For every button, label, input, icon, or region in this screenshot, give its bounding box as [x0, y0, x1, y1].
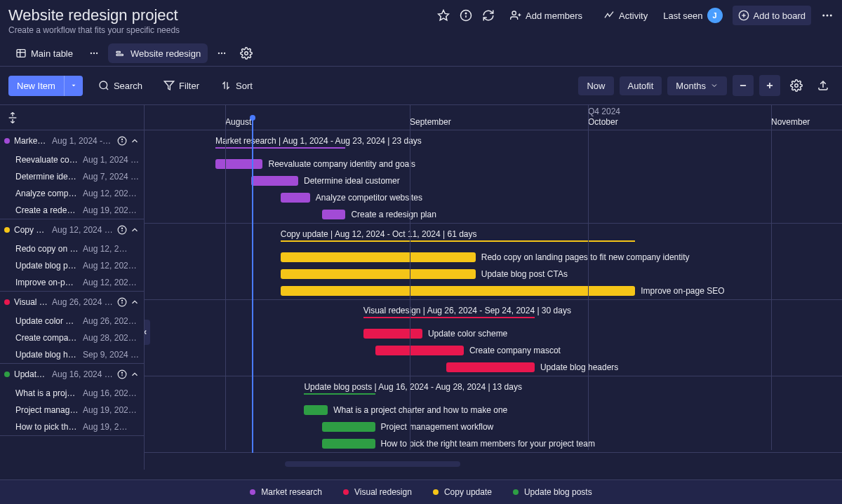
gantt-bar[interactable] [375, 346, 464, 355]
task-row[interactable]: Create a rede…Aug 19, 2024 - Au… [0, 202, 144, 219]
month-label: October [588, 117, 618, 127]
task-date: Aug 12, 2024 - … [83, 189, 140, 198]
svg-point-18 [96, 53, 98, 54]
chevron-up-icon[interactable] [130, 225, 140, 235]
horizontal-scrollbar[interactable] [285, 461, 460, 467]
task-row[interactable]: Create compa…Aug 28, 2024 - Se… [0, 329, 144, 346]
add-members-button[interactable]: Add members [504, 6, 588, 25]
tab-website-redesign[interactable]: Website redesign [108, 43, 208, 63]
zoom-in-button[interactable] [759, 75, 780, 96]
gridline [225, 130, 226, 450]
task-row[interactable]: What is a project ch…Aug 16, 202… [0, 385, 144, 402]
filter-label: Filter [179, 81, 199, 91]
expand-collapse-icon[interactable] [7, 112, 18, 123]
group-range: Aug 1, 2024 - … [52, 136, 113, 146]
gantt-bar-label: What is a project charter and how to mak… [333, 405, 507, 415]
page-title: Website redesign project [8, 6, 178, 25]
task-row[interactable]: Update color …Aug 26, 2024 - Se… [0, 313, 144, 329]
tab-main-more-icon[interactable] [86, 45, 102, 62]
chevron-up-icon[interactable] [130, 136, 140, 146]
new-item-button[interactable]: New Item [8, 76, 64, 96]
task-name: Update blog p… [15, 261, 79, 271]
task-date: Aug 28, 2024 - Se… [83, 333, 140, 343]
group-summary-bar[interactable] [215, 147, 345, 149]
avatar[interactable]: J [707, 8, 723, 23]
gantt-bar-label: Determine ideal customer [304, 176, 400, 186]
group-color-dot [4, 227, 10, 233]
svg-point-3 [465, 13, 467, 14]
months-dropdown[interactable]: Months [667, 76, 727, 95]
gantt-bar-label: Create company mascot [469, 346, 561, 355]
gantt-bar[interactable] [322, 210, 346, 219]
collapse-sidebar-icon[interactable] [145, 320, 150, 345]
info-icon[interactable] [460, 9, 472, 22]
group-name[interactable]: Update … [14, 369, 48, 379]
info-icon[interactable] [117, 136, 127, 146]
info-icon[interactable] [117, 369, 127, 379]
task-row[interactable]: Improve on-p…Aug 12, 2024 - Oct… [0, 274, 144, 291]
gantt-bar-label: Improve on-page SEO [641, 286, 724, 296]
group-summary-bar[interactable] [304, 393, 375, 395]
group-summary-bar[interactable] [281, 240, 635, 242]
gantt-bar[interactable] [281, 269, 476, 279]
last-seen: Last seen J [663, 8, 722, 23]
task-row[interactable]: Determine ideal…Aug 7, 2024 - Au… [0, 168, 144, 185]
now-button[interactable]: Now [578, 76, 613, 95]
gantt-bar-label: Analyze competitor websites [316, 193, 422, 203]
star-icon[interactable] [437, 9, 450, 22]
gantt-bar[interactable] [281, 193, 310, 203]
task-date: Sep 9, 2024 - Sep … [83, 350, 140, 360]
gantt-bar[interactable] [363, 329, 422, 339]
tab-redesign-more-icon[interactable] [213, 45, 230, 62]
add-members-label: Add members [526, 11, 582, 21]
group-name[interactable]: Market … [14, 136, 48, 146]
svg-marker-25 [72, 85, 75, 87]
activity-button[interactable]: Activity [598, 6, 653, 25]
task-name: Project manage… [15, 405, 79, 415]
group-summary: Copy update | Aug 12, 2024 - Oct 11, 202… [281, 229, 477, 239]
sort-button[interactable]: Sort [215, 76, 258, 95]
task-name: Analyze competi… [15, 189, 79, 198]
chevron-up-icon[interactable] [130, 297, 140, 307]
settings-icon[interactable] [240, 47, 253, 60]
svg-point-42 [121, 228, 122, 229]
task-row[interactable]: Reevaluate compan…Aug 1, 2024 … [0, 151, 144, 168]
add-to-board-button[interactable]: Add to board [733, 6, 811, 25]
page-subtitle: Create a workflow that fits your specifi… [0, 25, 842, 41]
gear-icon[interactable] [786, 75, 807, 96]
gantt-bar-label: How to pick the right team members for y… [381, 439, 595, 449]
chevron-up-icon[interactable] [130, 369, 140, 379]
info-icon[interactable] [117, 297, 127, 307]
gantt-bar[interactable] [215, 159, 262, 169]
tab-main-table[interactable]: Main table [8, 43, 80, 63]
task-row[interactable]: Project manage…Aug 19, 2024 - … [0, 402, 144, 418]
more-icon[interactable] [821, 9, 834, 22]
months-label: Months [676, 81, 706, 91]
task-row[interactable]: Analyze competi…Aug 12, 2024 - … [0, 185, 144, 202]
task-row[interactable]: Update blog p…Aug 12, 2024 - Se… [0, 257, 144, 274]
task-row[interactable]: Update blog h…Sep 9, 2024 - Sep … [0, 346, 144, 363]
export-icon[interactable] [813, 75, 834, 96]
gantt-bar[interactable] [446, 362, 535, 372]
gantt-bar[interactable] [281, 252, 476, 262]
search-button[interactable]: Search [93, 76, 148, 95]
info-icon[interactable] [117, 225, 127, 235]
gantt-bar[interactable] [281, 286, 635, 296]
sync-icon[interactable] [482, 9, 495, 22]
gantt-bar[interactable] [322, 422, 375, 432]
tab-redesign-label: Website redesign [131, 48, 201, 59]
svg-point-23 [224, 53, 225, 54]
gantt-bar[interactable] [251, 176, 298, 186]
autofit-button[interactable]: Autofit [620, 76, 662, 95]
new-item-dropdown[interactable] [64, 76, 83, 96]
group-name[interactable]: Copy … [14, 225, 48, 235]
task-row[interactable]: How to pick the right t…Aug 19, 2… [0, 418, 144, 435]
filter-button[interactable]: Filter [158, 76, 205, 95]
quarter-label: Q4 2024 [588, 107, 620, 116]
gantt-bar[interactable] [304, 405, 328, 415]
group-name[interactable]: Visual … [14, 297, 48, 307]
group-summary-bar[interactable] [363, 317, 535, 318]
task-row[interactable]: Redo copy on landing …Aug 12, 2… [0, 240, 144, 257]
zoom-out-button[interactable] [733, 75, 754, 96]
gantt-bar[interactable] [322, 439, 375, 449]
